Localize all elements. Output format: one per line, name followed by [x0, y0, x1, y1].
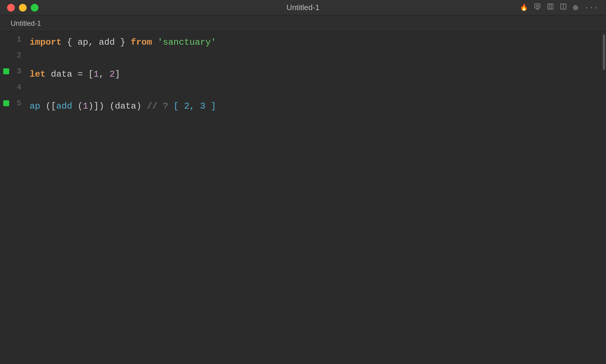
- token-num-1-arg: 1: [83, 101, 88, 111]
- token-brace-close: }: [115, 37, 131, 47]
- flame-icon[interactable]: 🔥: [520, 4, 528, 12]
- indicator-4: [0, 79, 12, 95]
- indicator-3: [0, 63, 12, 79]
- token-ap-call: ap: [30, 101, 40, 111]
- code-line-2: [30, 50, 602, 66]
- green-square-5: [3, 100, 9, 106]
- svg-rect-0: [535, 4, 540, 8]
- green-square-3: [3, 68, 9, 74]
- token-comment-q: ?: [163, 101, 173, 111]
- indicator-2: [0, 47, 12, 63]
- token-from: from: [131, 37, 152, 47]
- token-bracket-open: [: [88, 69, 94, 79]
- tab-bar: Untitled-1: [0, 15, 606, 31]
- minimize-button[interactable]: [19, 4, 27, 12]
- broadcast-icon[interactable]: [534, 3, 541, 12]
- token-paren-close2: ): [88, 101, 94, 111]
- token-comment-slash: //: [147, 101, 163, 111]
- token-brace-open: {: [62, 37, 78, 47]
- token-paren-open2: (: [72, 101, 83, 111]
- token-result: [ 2, 3 ]: [173, 101, 216, 111]
- token-string-sanctuary: 'sanctuary': [157, 37, 216, 47]
- title-bar: Untitled-1 🔥 ···: [0, 0, 606, 15]
- token-comma1: ,: [88, 37, 99, 47]
- line-indicators: [0, 31, 12, 111]
- scrollbar-thumb[interactable]: [603, 34, 605, 70]
- scrollbar[interactable]: [602, 31, 606, 364]
- token-bracket-close: ]: [115, 69, 120, 79]
- token-let: let: [30, 69, 46, 79]
- svg-rect-1: [548, 4, 553, 9]
- token-space: [152, 37, 157, 47]
- token-import: import: [30, 37, 62, 47]
- split-icon[interactable]: [560, 3, 567, 12]
- token-add-call: add: [56, 101, 72, 111]
- columns-icon[interactable]: [547, 3, 554, 12]
- editor: 1 2 3 4 5 import { ap , add } from 'sanc…: [0, 31, 606, 364]
- code-area[interactable]: import { ap , add } from 'sanctuary' let…: [24, 31, 602, 364]
- token-comma2: ,: [99, 69, 109, 79]
- token-bracket-close2: ]: [94, 101, 99, 111]
- more-icon[interactable]: ···: [584, 3, 599, 12]
- maximize-button[interactable]: [31, 4, 38, 12]
- token-data-ref: data: [115, 101, 136, 111]
- code-line-1: import { ap , add } from 'sanctuary': [30, 34, 602, 50]
- code-line-4: [30, 82, 602, 98]
- line-numbers: 1 2 3 4 5: [12, 31, 21, 111]
- line-num-2: 2: [12, 47, 21, 63]
- status-dot: [573, 5, 578, 10]
- line-num-3: 3: [12, 63, 21, 79]
- token-data-assign: data =: [46, 69, 88, 79]
- code-line-3: let data = [ 1 , 2 ]: [30, 66, 602, 82]
- traffic-lights: [7, 4, 38, 12]
- indicator-5: [0, 95, 12, 111]
- token-add: add: [99, 37, 115, 47]
- token-ap: ap: [78, 37, 88, 47]
- line-num-5: 5: [12, 95, 21, 111]
- close-button[interactable]: [7, 4, 15, 12]
- token-num-1: 1: [94, 69, 99, 79]
- token-paren-close4: ): [136, 101, 147, 111]
- window-title: Untitled-1: [286, 3, 319, 12]
- code-line-5: ap ( [ add ( 1 ) ] ) ( data ) // ? [ 2, …: [30, 98, 602, 114]
- token-bracket-open2: [: [51, 101, 56, 111]
- tab-untitled[interactable]: Untitled-1: [6, 17, 46, 30]
- gutter: 1 2 3 4 5: [0, 31, 24, 364]
- indicator-1: [0, 31, 12, 47]
- token-paren-close3: ) (: [99, 101, 115, 111]
- line-num-1: 1: [12, 31, 21, 47]
- line-num-4: 4: [12, 79, 21, 95]
- toolbar-actions: 🔥 ···: [520, 3, 599, 12]
- token-num-2: 2: [109, 69, 115, 79]
- token-paren-open1: (: [40, 101, 51, 111]
